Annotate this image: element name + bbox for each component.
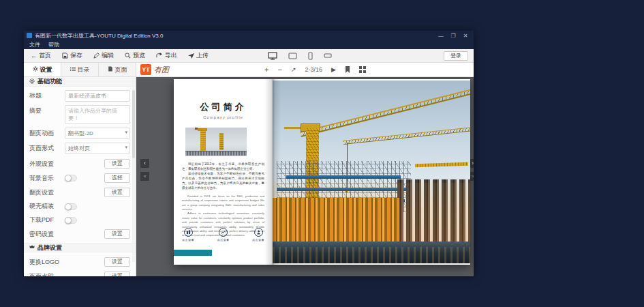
window-title: 有图新一代数字出版工具-YOUTU Digital Edition V3.0 <box>35 32 435 40</box>
right-page[interactable] <box>273 79 470 265</box>
summary-input[interactable]: 请输入作品分享的摘要！ <box>65 105 130 124</box>
zoom-out-button[interactable]: − <box>277 66 281 74</box>
login-button[interactable]: 登录 <box>444 51 468 61</box>
phone-portrait-preview-icon[interactable] <box>308 52 313 60</box>
hotspot-person[interactable]: 点击查看 <box>252 228 264 242</box>
app-icon <box>27 33 32 38</box>
bookmark-icon[interactable] <box>345 63 350 76</box>
edit-button[interactable]: 编辑 <box>93 51 114 60</box>
gear-icon <box>33 66 38 73</box>
crane-thumbnail-image <box>185 128 247 156</box>
appearance-settings-button[interactable]: 设置 <box>104 159 130 169</box>
brand-settings-section: 品牌设置 <box>24 243 136 252</box>
viewer-toolbar: YT 有图 + − ↗ 2-3/16 ▶ <box>136 63 474 77</box>
basic-functions-section: 基础功能 <box>24 77 136 87</box>
tab-settings[interactable]: 设置 <box>24 63 61 76</box>
sidebar-scrollbar[interactable] <box>132 78 135 262</box>
change-logo-row: 更换LOGO 设置 <box>24 252 136 267</box>
zoom-in-button[interactable]: + <box>264 66 269 74</box>
list-icon <box>70 66 76 73</box>
flip-settings-label: 翻页设置 <box>29 188 65 197</box>
download-pdf-toggle[interactable] <box>65 217 77 224</box>
prev-page-button[interactable]: ‹ <box>140 159 149 168</box>
blue-steel-beam <box>286 175 401 179</box>
en-paragraph-1: Founded in 2013, we focus on the R&D, pr… <box>182 194 264 212</box>
download-pdf-label: 下载PDF <box>29 216 65 224</box>
left-page[interactable]: 公司简介 Company profile 我们始创于2013年，专注于吊篮、吊桥… <box>174 79 273 265</box>
minimize-button[interactable]: — <box>435 33 446 39</box>
warm-light-overlay <box>273 183 470 243</box>
summary-field-row: 摘要 请输入作品分享的摘要！ <box>24 102 136 124</box>
company-profile-heading: 公司简介 <box>174 101 273 113</box>
thumbnail-grid-icon[interactable] <box>359 63 366 76</box>
export-label: 导出 <box>165 51 177 60</box>
brand-settings-label: 品牌设置 <box>37 244 62 252</box>
export-button[interactable]: 导出 <box>156 51 177 60</box>
tab-catalog[interactable]: 目录 <box>61 63 99 76</box>
watermark-button[interactable]: 设置 <box>104 272 130 276</box>
tab-pages-label: 页面 <box>115 65 127 74</box>
watermark-row: 页面水印 设置 <box>24 267 136 276</box>
chinese-body-text: 我们始创于2013年，专注于吊篮、吊桥的研发生产制造，是集研发制造和销售服务为一… <box>182 162 264 191</box>
menu-help[interactable]: 帮助 <box>48 41 59 48</box>
fullscreen-button[interactable]: ↗ <box>291 67 296 73</box>
first-page-button[interactable]: « <box>140 172 149 181</box>
home-label: 首页 <box>39 51 51 60</box>
flipbook-spread[interactable]: 公司简介 Company profile 我们始创于2013年，专注于吊篮、吊桥… <box>174 79 470 265</box>
background-music-select-button[interactable]: 选择 <box>104 173 130 183</box>
watermark-label: 页面水印 <box>29 272 65 277</box>
background-music-toggle[interactable] <box>65 175 77 181</box>
sidebar-tabs: 设置 目录 页面 <box>24 63 136 77</box>
youtu-logo: YT <box>140 64 151 75</box>
tab-settings-label: 设置 <box>40 65 52 74</box>
hardcover-toggle[interactable] <box>65 203 77 210</box>
preview-viewer: YT 有图 + − ↗ 2-3/16 ▶ ‹ « › » <box>136 63 474 276</box>
page-layout-value: 始终对页 <box>68 145 90 151</box>
app-window: 有图新一代数字出版工具-YOUTU Digital Edition V3.0 —… <box>24 31 474 276</box>
tab-catalog-label: 目录 <box>78 65 90 74</box>
maximize-button[interactable]: ❐ <box>448 33 459 39</box>
crown-icon <box>29 244 35 251</box>
page-layout-select[interactable]: 始终对页 ▾ <box>65 143 130 154</box>
hotspot-chart[interactable]: 点击查看 <box>217 228 230 242</box>
title-bar[interactable]: 有图新一代数字出版工具-YOUTU Digital Edition V3.0 —… <box>24 31 474 40</box>
change-logo-button[interactable]: 设置 <box>104 257 130 267</box>
upload-plane-icon <box>188 53 194 59</box>
tablet-preview-icon[interactable] <box>288 53 297 59</box>
page-layout-row: 页面形式 始终对页 ▾ <box>24 139 136 154</box>
water-reflections <box>273 247 470 263</box>
page-indicator: 2-3/16 <box>305 66 322 73</box>
download-pdf-row: 下载PDF <box>24 211 136 224</box>
menu-bar: 文件 帮助 <box>24 40 474 49</box>
desktop-preview-icon[interactable] <box>268 52 277 60</box>
preview-button[interactable]: 预览 <box>125 51 145 60</box>
back-arrow-icon: ← <box>31 53 37 59</box>
main-toolbar: ← 首页 保存 编辑 预览 导出 上传 登录 <box>24 49 474 63</box>
flip-animation-select[interactable]: 翻书型-2D ▾ <box>65 128 130 139</box>
chart-icon <box>219 228 228 237</box>
upload-label: 上传 <box>196 51 209 60</box>
password-settings-button[interactable]: 设置 <box>104 229 130 239</box>
tab-pages[interactable]: 页面 <box>99 63 136 76</box>
title-input[interactable]: 最新经济蓝皮书 <box>65 90 130 102</box>
construction-site-photo <box>273 81 470 263</box>
save-icon <box>62 53 68 59</box>
home-button[interactable]: ← 首页 <box>31 51 51 60</box>
autoplay-button[interactable]: ▶ <box>331 67 336 73</box>
hotspot-building[interactable]: 点击查看 <box>182 228 194 242</box>
viewer-canvas: ‹ « › » 公司简介 Company profile <box>136 77 474 276</box>
menu-file[interactable]: 文件 <box>29 41 40 48</box>
upload-button[interactable]: 上传 <box>188 51 209 60</box>
export-icon <box>156 53 163 59</box>
crane-counterjib <box>284 127 302 129</box>
search-icon <box>125 53 131 59</box>
phone-landscape-preview-icon[interactable] <box>324 53 332 58</box>
flip-settings-row: 翻页设置 设置 <box>24 183 136 197</box>
flip-settings-button[interactable]: 设置 <box>104 188 130 197</box>
close-button[interactable]: ✕ <box>460 33 471 39</box>
teal-accent-bar <box>174 250 212 256</box>
password-settings-row: 密码设置 设置 <box>24 224 136 239</box>
chevron-down-icon: ▾ <box>125 130 127 135</box>
save-button[interactable]: 保存 <box>62 51 82 60</box>
crane-jib-distant <box>415 162 468 167</box>
